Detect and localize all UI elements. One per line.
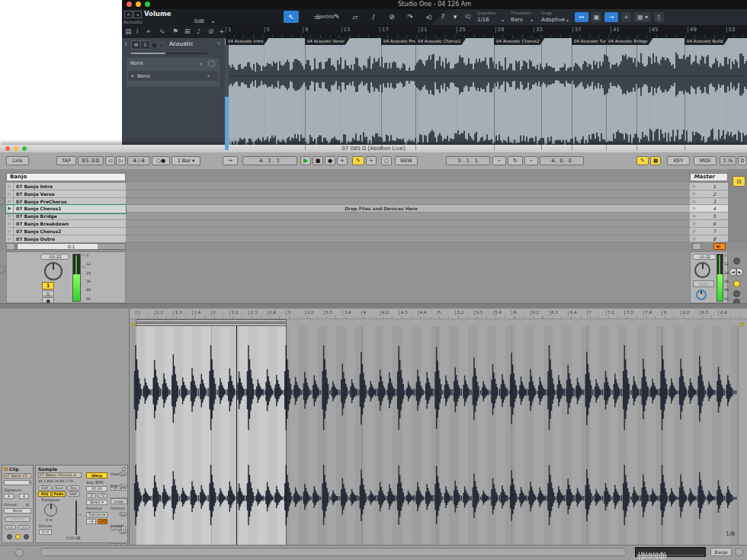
sample-box-toggle[interactable] <box>15 534 21 539</box>
transient-loop-mode-menu[interactable]: ⌁▾ <box>86 519 96 524</box>
beat-ruler-label[interactable]: 5.3 <box>474 310 483 315</box>
scene-launch-button[interactable]: ▷ <box>693 191 696 196</box>
crossfader-section-button[interactable]: ||| <box>733 176 745 187</box>
sample-file-name[interactable]: 07 Banjo Chorus1.w <box>38 472 82 478</box>
timeline-ruler-tick[interactable]: 41 <box>611 27 620 33</box>
seg-bpm-value[interactable]: 85.00 <box>86 486 107 491</box>
beat-ruler-label[interactable]: 5.4 <box>493 310 502 315</box>
preview-volume-knob[interactable] <box>696 290 707 300</box>
solo-button[interactable]: S <box>42 290 54 296</box>
scene-launch-button[interactable]: ▷ <box>693 206 696 210</box>
warp-button[interactable]: Warp <box>86 472 107 478</box>
new-button[interactable]: NEW <box>395 156 418 165</box>
disable-icon[interactable]: ⊘ <box>208 27 214 35</box>
beat-ruler-label[interactable]: 3 <box>286 310 290 315</box>
clip-section-label[interactable]: 04 Acoustic Intro <box>226 38 268 45</box>
arrange-view[interactable]: 04 Acoustic Intro04 Acoustic Verse04 Aco… <box>225 38 747 150</box>
sends-left-toggle[interactable]: ◀ <box>729 268 736 276</box>
sends-right-toggle[interactable]: ▶ <box>736 268 743 276</box>
beat-ruler-label[interactable]: 4.2 <box>380 310 389 315</box>
scene-launch-button[interactable]: ▷ <box>693 229 696 233</box>
loop-brace[interactable] <box>136 319 287 322</box>
beat-ruler-label[interactable]: 5 <box>437 310 441 315</box>
nudge-up-button[interactable]: ▷ <box>116 156 126 165</box>
master-pan-knob[interactable] <box>694 262 710 278</box>
timeline-ruler-tick[interactable]: 17 <box>380 27 389 33</box>
clip-slot[interactable]: ▶07 Banjo Chorus1 <box>6 205 126 213</box>
track-delay-toggle[interactable] <box>733 290 740 297</box>
clip-section-label[interactable]: 04 Acoustic Chorus1 <box>415 38 466 45</box>
loop-start-display[interactable]: 3. 1. 1 <box>446 156 490 165</box>
chevron-down-icon[interactable]: ▾ <box>200 61 202 66</box>
master-stop-button[interactable] <box>692 243 701 250</box>
preserve-menu[interactable]: Transien▾ <box>86 512 107 517</box>
follow-button[interactable]: → <box>223 156 238 165</box>
grid-view-button[interactable]: ▦ ▾ <box>634 12 651 22</box>
crosshair-toggle-button[interactable]: + <box>621 12 631 22</box>
send-slot[interactable]: ▪ None ▾ <box>128 71 218 81</box>
timeline-ruler-tick[interactable]: 21 <box>418 27 428 33</box>
beat-ruler-label[interactable]: 2.3 <box>248 310 257 315</box>
envelope-box-to ggle[interactable] <box>24 534 29 539</box>
selected-track-button[interactable]: Banjo <box>710 548 732 556</box>
computer-midi-keyboard-button[interactable]: ▦ <box>650 156 661 165</box>
loop-button[interactable]: ↻ <box>508 156 523 165</box>
arrow-tool-icon[interactable]: ↖ <box>284 11 299 23</box>
stop-button[interactable]: ■ <box>313 156 323 165</box>
beat-ruler-label[interactable]: 8.4 <box>718 310 726 315</box>
scene-row[interactable]: ▷8 <box>690 235 728 243</box>
insert-marker[interactable] <box>236 326 237 545</box>
timeline-ruler[interactable]: 1591317212529333741454953 <box>225 25 747 38</box>
io-section-toggle[interactable] <box>733 258 740 264</box>
midi-map-button[interactable]: MIDI <box>694 156 717 165</box>
clip-name-field[interactable]: 07 Banjo Ch <box>4 473 31 478</box>
hiq-button[interactable]: HiQ <box>38 491 51 497</box>
tempo-display[interactable]: 85.00 <box>78 156 104 165</box>
monitor-button[interactable] <box>159 42 165 49</box>
beat-ruler-label[interactable]: 6.3 <box>550 310 558 315</box>
clip-overview[interactable] <box>635 547 706 557</box>
timeline-ruler-tick[interactable]: 45 <box>649 27 659 33</box>
arm-button[interactable]: ● <box>42 297 54 303</box>
listen-tool-icon[interactable]: ◁ <box>421 11 436 23</box>
mute-tool-icon[interactable]: ⊘ <box>384 11 399 23</box>
track-volume-slider[interactable] <box>131 53 207 54</box>
loop-length-display[interactable]: 4. 0. 0 <box>540 156 584 165</box>
clip-play-button[interactable]: ▶ <box>6 205 14 212</box>
gear-icon[interactable] <box>208 60 215 67</box>
beat-time-ruler[interactable]: 11.21.31.422.22.32.433.23.33.444.24.34.4… <box>130 309 747 319</box>
detail-view-toggle[interactable] <box>735 548 743 556</box>
track-stop-button[interactable] <box>6 243 15 250</box>
half-tempo-button[interactable]: :2 <box>86 493 96 498</box>
scene-row[interactable]: ▷5 <box>690 213 728 220</box>
overdub-button[interactable]: + <box>337 156 348 165</box>
range-tool-icon[interactable]: ▭ <box>309 11 325 23</box>
track-volume-value[interactable]: -10.22 <box>40 254 69 260</box>
beat-ruler-label[interactable]: 1.4 <box>192 310 200 315</box>
grid-icon[interactable]: ⊞ <box>184 27 191 35</box>
time-signature-display[interactable]: 4 / 4 <box>127 156 150 165</box>
audio-to-button[interactable]: 1 <box>42 282 54 290</box>
clip-color-menu[interactable]: ▾ <box>4 480 31 485</box>
beat-ruler-label[interactable]: 7 <box>587 310 592 315</box>
clip-section-label[interactable]: 04 Acoustic Verse <box>305 38 350 45</box>
timeline-ruler-tick[interactable]: 49 <box>688 27 697 33</box>
scene-launch-button[interactable]: ▷ <box>693 236 696 241</box>
hot-swap-sample-icon[interactable] <box>122 467 126 471</box>
master-solo-button[interactable]: Solo <box>693 280 714 287</box>
timeline-ruler-tick[interactable]: 13 <box>341 27 351 33</box>
arrangement-position-display[interactable]: 4. 2. 2 <box>242 156 297 165</box>
automation-value[interactable]: 0dB <box>194 18 204 24</box>
scene-launch-button[interactable]: ▷ <box>693 213 696 218</box>
mixer-section-toggle[interactable] <box>733 280 740 287</box>
insert-slot[interactable]: None <box>130 60 143 66</box>
warp-mode-menu[interactable]: Beats ▾ <box>86 500 107 505</box>
record-button[interactable]: ● <box>325 156 335 165</box>
beat-ruler-label[interactable]: 1 <box>136 310 140 315</box>
gain-slider[interactable] <box>75 501 77 535</box>
pan-knob[interactable] <box>44 262 63 280</box>
groove-menu[interactable]: None <box>4 508 31 514</box>
beat-ruler-label[interactable]: 2.4 <box>268 310 276 315</box>
launch-box-toggle[interactable] <box>7 534 12 539</box>
punch-in-button[interactable]: ∼ <box>492 156 506 165</box>
